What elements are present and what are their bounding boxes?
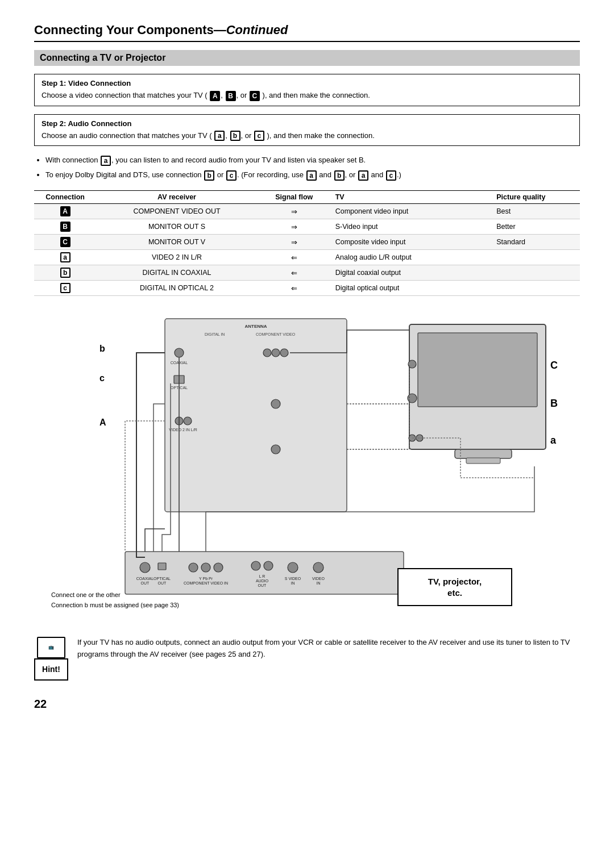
cell-connection: b <box>34 265 96 281</box>
badge-a: a <box>214 131 225 141</box>
table-row: CMONITOR OUT V⇒Composite video inputStan… <box>34 235 580 250</box>
badge-a: a <box>60 252 70 262</box>
badge-b-rec: b <box>334 170 345 181</box>
hint-section: 📺 Hint! If your TV has no audio outputs,… <box>34 637 580 680</box>
cell-picture-quality: Better <box>492 219 580 235</box>
cell-av: DIGITAL IN COAXIAL <box>96 265 258 281</box>
table-row: BMONITOR OUT S⇒S-Video inputBetter <box>34 219 580 235</box>
badge-c: c <box>254 131 264 141</box>
svg-text:OPTICAL: OPTICAL <box>171 386 188 390</box>
svg-text:L         R: L R <box>259 574 265 578</box>
cell-tv: S-Video input <box>331 219 492 235</box>
badge-c-bullet: c <box>226 170 237 181</box>
svg-rect-17 <box>418 333 537 407</box>
badge-A: A <box>210 91 220 101</box>
svg-point-15 <box>271 445 280 454</box>
svg-rect-16 <box>409 324 546 449</box>
svg-point-31 <box>189 563 198 572</box>
svg-rect-19 <box>466 458 500 464</box>
step2-title: Step 2: Audio Connection <box>42 119 572 128</box>
svg-text:OUT: OUT <box>258 583 267 587</box>
table-row: aVIDEO 2 IN L/R⇐Analog audio L/R output <box>34 250 580 265</box>
svg-point-22 <box>409 435 416 441</box>
cell-picture-quality: Best <box>492 204 580 219</box>
svg-text:VIDEO: VIDEO <box>312 577 325 581</box>
step2-box: Step 2: Audio Connection Choose an audio… <box>34 114 580 147</box>
svg-text:etc.: etc. <box>447 588 462 598</box>
badge-b: b <box>60 268 70 278</box>
svg-point-37 <box>264 561 273 570</box>
svg-text:COAXIAL: COAXIAL <box>136 577 154 581</box>
badge-C: C <box>60 237 70 247</box>
step1-text: Choose a video connection that matches y… <box>42 90 572 101</box>
cell-connection: B <box>34 219 96 235</box>
th-signal-flow: Signal flow <box>258 191 331 204</box>
svg-rect-6 <box>174 375 184 383</box>
badge-A: A <box>60 206 70 216</box>
svg-point-11 <box>263 349 271 357</box>
badge-c: c <box>60 283 70 293</box>
svg-text:B: B <box>550 398 558 409</box>
cell-av: MONITOR OUT S <box>96 219 258 235</box>
svg-text:b: b <box>99 344 105 353</box>
badge-c-rec: c <box>386 170 396 181</box>
svg-point-13 <box>280 349 288 357</box>
svg-text:TV, projector,: TV, projector, <box>428 577 482 586</box>
bullet-1: With connection a, you can listen to and… <box>45 154 580 166</box>
th-connection: Connection <box>34 191 96 204</box>
svg-point-4 <box>175 348 184 357</box>
page-number: 22 <box>34 698 580 711</box>
svg-text:Y    Pb   Pr: Y Pb Pr <box>199 577 213 581</box>
svg-text:AUDIO: AUDIO <box>256 579 269 583</box>
svg-rect-28 <box>158 563 166 570</box>
badge-B: B <box>226 91 236 101</box>
svg-text:IN: IN <box>317 581 321 585</box>
cell-signal: ⇒ <box>258 204 331 219</box>
cell-av: COMPONENT VIDEO OUT <box>96 204 258 219</box>
cell-tv: Analog audio L/R output <box>331 250 492 265</box>
svg-point-41 <box>288 562 298 573</box>
svg-point-8 <box>175 417 183 425</box>
step2-text: Choose an audio connection that matches … <box>42 130 572 141</box>
main-title: Connecting Your Components—Continued <box>34 23 580 42</box>
cell-signal: ⇒ <box>258 219 331 235</box>
cell-signal: ⇐ <box>258 265 331 281</box>
svg-text:OPTICAL: OPTICAL <box>154 577 171 581</box>
svg-point-23 <box>416 435 423 441</box>
table-row: bDIGITAL IN COAXIAL⇐Digital coaxial outp… <box>34 265 580 281</box>
svg-text:c: c <box>99 373 105 383</box>
svg-rect-47 <box>398 569 512 606</box>
th-picture-quality: Picture quality <box>492 191 580 204</box>
hint-icon: 📺 Hint! <box>34 637 68 680</box>
svg-text:VIDEO 2 IN L/R: VIDEO 2 IN L/R <box>169 428 197 432</box>
svg-text:COAXIAL: COAXIAL <box>171 361 188 365</box>
hint-monitor-icon: 📺 <box>37 637 65 658</box>
svg-rect-24 <box>125 552 404 594</box>
badge-a-bullet: a <box>101 156 111 166</box>
svg-rect-18 <box>455 449 512 458</box>
bullet-2: To enjoy Dolby Digital and DTS, use conn… <box>45 169 580 181</box>
table-row: cDIGITAL IN OPTICAL 2⇐Digital optical ou… <box>34 281 580 296</box>
svg-text:COMPONENT VIDEO IN: COMPONENT VIDEO IN <box>184 581 228 585</box>
cell-connection: c <box>34 281 96 296</box>
svg-point-36 <box>251 561 260 570</box>
table-row: ACOMPONENT VIDEO OUT⇒Component video inp… <box>34 204 580 219</box>
cell-connection: A <box>34 204 96 219</box>
svg-text:S VIDEO: S VIDEO <box>285 577 301 581</box>
section-header: Connecting a TV or Projector <box>34 50 580 66</box>
svg-point-14 <box>271 399 280 408</box>
svg-text:DIGITAL IN: DIGITAL IN <box>205 332 225 336</box>
svg-point-9 <box>184 417 192 425</box>
hint-label: Hint! <box>34 658 68 680</box>
svg-text:Connection b must be assigned : Connection b must be assigned (see page … <box>51 602 179 608</box>
svg-text:A: A <box>99 418 106 427</box>
cell-connection: a <box>34 250 96 265</box>
svg-point-33 <box>214 563 223 572</box>
bullets-list: With connection a, you can listen to and… <box>45 154 580 181</box>
cell-picture-quality <box>492 281 580 296</box>
th-tv: TV <box>331 191 492 204</box>
svg-text:Connect one or the other: Connect one or the other <box>51 591 121 598</box>
svg-text:a: a <box>550 435 557 446</box>
hint-text: If your TV has no audio outputs, connect… <box>77 637 580 661</box>
svg-text:COMPONENT VIDEO: COMPONENT VIDEO <box>256 332 296 336</box>
